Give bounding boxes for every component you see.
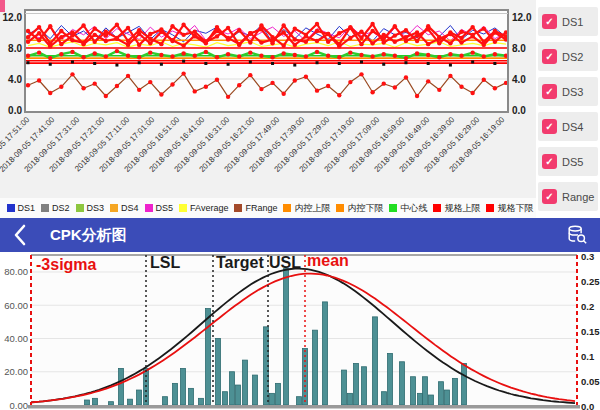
- app-screen: 0.00.04.04.08.08.012.012.02018-09-05 17:…: [0, 0, 600, 410]
- svg-text:8.0: 8.0: [8, 43, 22, 54]
- legend-swatch: [336, 204, 344, 212]
- svg-text:0.3: 0.3: [581, 252, 594, 262]
- checkbox-label: DS2: [562, 51, 583, 63]
- svg-text:mean: mean: [307, 252, 349, 269]
- cpk-histogram-chart: 0.0020.0040.0060.0080.000.00.050.10.150.…: [0, 252, 600, 410]
- svg-text:Target: Target: [216, 254, 264, 271]
- legend-item: 规格上限: [433, 202, 480, 215]
- legend-item: 内控上限: [283, 202, 330, 215]
- series-toggle-ds4[interactable]: ✓DS4: [538, 112, 598, 141]
- checkbox-checked-icon[interactable]: ✓: [542, 84, 557, 99]
- svg-text:80.00: 80.00: [4, 266, 28, 277]
- chart-legend: DS1DS2DS3DS4DS5FAverageFRange内控上限内控下限中心线…: [0, 198, 540, 218]
- svg-text:0.2: 0.2: [581, 301, 594, 312]
- checkbox-label: DS4: [562, 121, 583, 133]
- legend-swatch: [433, 204, 441, 212]
- series-toggle-ds5[interactable]: ✓DS5: [538, 147, 598, 176]
- database-search-icon: [566, 224, 588, 246]
- legend-swatch: [283, 204, 291, 212]
- series-toggle-ds1[interactable]: ✓DS1: [538, 7, 598, 36]
- svg-text:0.05: 0.05: [581, 376, 600, 387]
- legend-swatch: [110, 204, 118, 212]
- data-query-button[interactable]: [566, 224, 588, 246]
- svg-text:8.0: 8.0: [512, 43, 526, 54]
- series-toggle-ds3[interactable]: ✓DS3: [538, 77, 598, 106]
- checkbox-label: DS5: [562, 156, 583, 168]
- legend-item: DS1: [7, 203, 36, 213]
- legend-item: 内控下限: [336, 202, 383, 215]
- checkbox-checked-icon[interactable]: ✓: [542, 119, 557, 134]
- svg-text:60.00: 60.00: [4, 300, 28, 311]
- legend-swatch: [389, 204, 397, 212]
- legend-swatch: [7, 204, 15, 212]
- legend-swatch: [234, 204, 242, 212]
- spc-control-chart: 0.00.04.04.08.08.012.012.02018-09-05 17:…: [0, 0, 540, 198]
- series-toggle-range[interactable]: ✓Range: [538, 182, 598, 211]
- legend-swatch: [76, 204, 84, 212]
- svg-text:USL: USL: [269, 254, 301, 271]
- legend-item: 中心线: [389, 202, 427, 215]
- svg-text:0.0: 0.0: [8, 105, 22, 116]
- svg-text:12.0: 12.0: [512, 12, 532, 23]
- svg-text:0.25: 0.25: [581, 276, 600, 287]
- svg-text:0.0: 0.0: [581, 401, 594, 410]
- checkbox-checked-icon[interactable]: ✓: [542, 189, 557, 204]
- checkbox-checked-icon[interactable]: ✓: [542, 49, 557, 64]
- screen-edge-artifact: [0, 0, 5, 12]
- legend-item: DS4: [110, 203, 139, 213]
- svg-text:-3sigma: -3sigma: [36, 256, 97, 273]
- legend-swatch: [179, 204, 187, 212]
- legend-item: 规格下限: [486, 202, 533, 215]
- svg-text:0.15: 0.15: [581, 326, 600, 337]
- legend-item: DS5: [145, 203, 174, 213]
- checkbox-checked-icon[interactable]: ✓: [542, 14, 557, 29]
- legend-swatch: [486, 204, 494, 212]
- svg-text:20.00: 20.00: [4, 366, 28, 377]
- svg-text:0.00: 0.00: [10, 400, 29, 410]
- checkbox-label: DS3: [562, 86, 583, 98]
- back-button[interactable]: [12, 222, 28, 248]
- legend-item: FRange: [234, 203, 277, 213]
- svg-text:4.0: 4.0: [512, 74, 526, 85]
- svg-text:12.0: 12.0: [3, 12, 23, 23]
- legend-swatch: [145, 204, 153, 212]
- checkbox-checked-icon[interactable]: ✓: [542, 154, 557, 169]
- series-toggle-ds2[interactable]: ✓DS2: [538, 42, 598, 71]
- svg-text:0.0: 0.0: [512, 105, 526, 116]
- series-checkbox-panel: ✓DS1✓DS2✓DS3✓DS4✓DS5✓Range: [536, 0, 600, 218]
- page-title: CPK分析图: [50, 226, 127, 245]
- svg-text:40.00: 40.00: [4, 333, 28, 344]
- svg-text:4.0: 4.0: [8, 74, 22, 85]
- legend-item: DS2: [41, 203, 70, 213]
- chevron-left-icon: [12, 222, 28, 248]
- checkbox-label: Range: [562, 191, 594, 203]
- svg-text:0.1: 0.1: [581, 351, 595, 362]
- legend-item: FAverage: [179, 203, 228, 213]
- spc-chart-section: 0.00.04.04.08.08.012.012.02018-09-05 17:…: [0, 0, 540, 218]
- legend-swatch: [41, 204, 49, 212]
- checkbox-label: DS1: [562, 16, 583, 28]
- legend-item: DS3: [76, 203, 105, 213]
- svg-text:LSL: LSL: [150, 254, 180, 271]
- app-header: CPK分析图: [0, 218, 600, 252]
